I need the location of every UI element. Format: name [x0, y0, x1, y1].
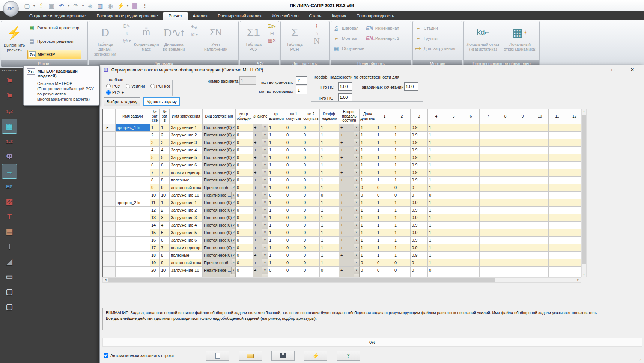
- table-cell[interactable]: Постоянное(0)∨: [203, 214, 236, 222]
- header-№-2-сопутств[interactable]: № 2 сопутств: [302, 109, 320, 124]
- radio-rsu-plus-input[interactable]: [106, 90, 111, 95]
- table-cell[interactable]: 1: [268, 184, 285, 192]
- radio-rsu-plus[interactable]: РСУ +: [106, 90, 124, 95]
- table-cell[interactable]: 0: [302, 259, 320, 267]
- table-cell[interactable]: [549, 132, 566, 139]
- table-cell[interactable]: [116, 169, 150, 177]
- table-cell[interactable]: [497, 147, 514, 154]
- header-7[interactable]: 7: [480, 109, 497, 124]
- table-cell[interactable]: 0.9: [411, 139, 428, 147]
- table-cell[interactable]: +∨: [339, 132, 360, 139]
- dropdown-arrow-icon[interactable]: ∨: [262, 267, 268, 274]
- dropdown-arrow-icon[interactable]: ∨: [232, 139, 235, 146]
- table-cell[interactable]: +∨: [339, 222, 360, 229]
- table-cell[interactable]: 0: [393, 184, 411, 192]
- dropdown-arrow-icon[interactable]: ∨: [232, 214, 235, 221]
- table-cell[interactable]: [480, 214, 497, 222]
- table-cell[interactable]: [531, 252, 549, 259]
- vertical-scroll-thumb[interactable]: [582, 115, 586, 264]
- table-cell[interactable]: [445, 184, 462, 192]
- table-cell[interactable]: [566, 207, 581, 214]
- table-cell[interactable]: 1: [376, 147, 393, 154]
- table-cell[interactable]: Постоянное(0)∨: [203, 132, 236, 139]
- table-cell[interactable]: +∨: [253, 184, 268, 192]
- table-cell[interactable]: 1: [320, 184, 339, 192]
- table-cell[interactable]: 0: [285, 177, 302, 184]
- dropdown-arrow-icon[interactable]: ∨: [232, 169, 235, 176]
- table-cell[interactable]: Постоянное(0)∨: [203, 169, 236, 177]
- table-cell[interactable]: 1: [320, 177, 339, 184]
- dynamics-mini-tools[interactable]: D✎ ⇩ fyk ▾: [121, 23, 132, 60]
- table-cell[interactable]: 0: [302, 222, 320, 229]
- table-cell[interactable]: 1: [268, 162, 285, 169]
- table-cell[interactable]: [566, 229, 581, 237]
- table-cell[interactable]: 0: [285, 229, 302, 237]
- table-cell[interactable]: 1: [428, 139, 445, 147]
- table-cell[interactable]: Загружение 1: [170, 124, 203, 132]
- table-cell[interactable]: 1: [268, 199, 285, 207]
- dropdown-arrow-icon[interactable]: ∨: [354, 177, 359, 184]
- scroll-up-arrow[interactable]: ▲: [582, 109, 586, 114]
- table-cell[interactable]: 0: [285, 222, 302, 229]
- tab-Железобетон[interactable]: Железобетон: [266, 12, 304, 20]
- dropdown-arrow-icon[interactable]: ∨: [354, 169, 359, 176]
- table-cell[interactable]: [116, 192, 150, 199]
- table-cell[interactable]: 3: [160, 214, 170, 222]
- table-cell[interactable]: 1: [393, 229, 411, 237]
- dropdown-arrow-icon[interactable]: ∨: [232, 199, 235, 206]
- table-cell[interactable]: [531, 207, 549, 214]
- table-cell[interactable]: 0: [236, 252, 253, 259]
- header-2[interactable]: 2: [393, 109, 411, 124]
- table-cell[interactable]: +∨: [339, 267, 360, 274]
- table-cell[interactable]: 1: [428, 207, 445, 214]
- n-letter-icon[interactable]: N: [308, 38, 325, 43]
- table-cell[interactable]: [320, 274, 339, 277]
- stages-button[interactable]: ⌐Стадии: [414, 23, 455, 33]
- table-cell[interactable]: [549, 207, 566, 214]
- table-cell[interactable]: [393, 274, 411, 277]
- dropdown-arrow-icon[interactable]: ∨: [232, 207, 235, 214]
- table-cell[interactable]: 5: [150, 154, 160, 162]
- dropdown-arrow-icon[interactable]: ∨: [232, 162, 235, 169]
- table-cell[interactable]: [268, 274, 285, 277]
- dropdown-arrow-icon[interactable]: ∨: [354, 244, 359, 251]
- table-cell[interactable]: [480, 274, 497, 277]
- table-cell[interactable]: 0: [285, 199, 302, 207]
- dropdown-arrow-icon[interactable]: ∨: [232, 229, 235, 236]
- table-cell[interactable]: 1: [376, 162, 393, 169]
- table-cell[interactable]: [116, 154, 150, 162]
- table-cell[interactable]: 0: [236, 267, 253, 274]
- header-1[interactable]: 1: [376, 109, 393, 124]
- table-cell[interactable]: [445, 132, 462, 139]
- table-cell[interactable]: [514, 214, 531, 222]
- table-cell[interactable]: [480, 184, 497, 192]
- dropdown-arrow-icon[interactable]: ∨: [262, 222, 268, 229]
- table-cell[interactable]: 18: [150, 252, 160, 259]
- table-cell[interactable]: 1: [320, 139, 339, 147]
- table-cell[interactable]: [285, 274, 302, 277]
- table-cell[interactable]: 0: [285, 154, 302, 162]
- montazh-nonlinear-button[interactable]: ⌐Монтаж: [333, 33, 364, 43]
- table-cell[interactable]: Загружение 5: [170, 229, 203, 237]
- autofill-checkbox-input[interactable]: [104, 353, 108, 358]
- table-cell[interactable]: 0.9: [411, 132, 428, 139]
- table-cell[interactable]: [116, 139, 150, 147]
- table-cell[interactable]: [497, 177, 514, 184]
- dropdown-arrow-icon[interactable]: ∨: [354, 237, 359, 244]
- table-cell[interactable]: 19: [150, 259, 160, 267]
- undo-icon[interactable]: ↶: [58, 2, 65, 9]
- table-cell[interactable]: [549, 267, 566, 274]
- table-cell[interactable]: +∨: [339, 199, 360, 207]
- table-cell[interactable]: 1: [320, 214, 339, 222]
- table-cell[interactable]: [445, 147, 462, 154]
- table-cell[interactable]: Загружение 6: [170, 237, 203, 244]
- table-cell[interactable]: Постоянное(0)∨: [203, 154, 236, 162]
- table-cell[interactable]: [445, 169, 462, 177]
- table-cell[interactable]: 1: [428, 229, 445, 237]
- table-cell[interactable]: 0: [268, 267, 285, 274]
- table-cell[interactable]: 7: [150, 169, 160, 177]
- table-cell[interactable]: [514, 132, 531, 139]
- table-cell[interactable]: [549, 237, 566, 244]
- table-cell[interactable]: 0.9: [411, 229, 428, 237]
- table-cell[interactable]: 0: [302, 229, 320, 237]
